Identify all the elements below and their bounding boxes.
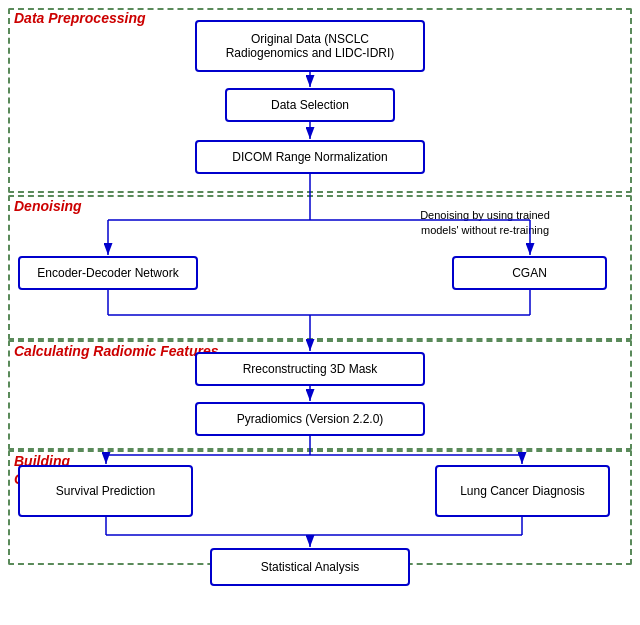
box-dicom-norm: DICOM Range Normalization [195,140,425,174]
box-original-data: Original Data (NSCLC Radiogenomics and L… [195,20,425,72]
label-denoising: Denoising [14,198,82,214]
box-cgan: CGAN [452,256,607,290]
box-reconstruct: Rreconstructing 3D Mask [195,352,425,386]
label-preprocessing: Data Preprocessing [14,10,146,26]
label-radiomic: Calculating Radiomic Features [14,343,219,359]
box-encoder-decoder: Encoder-Decoder Network [18,256,198,290]
box-survival: Survival Prediction [18,465,193,517]
note-denoising: Denoising by using trained models' witho… [385,208,585,239]
box-statistical: Statistical Analysis [210,548,410,586]
box-data-selection: Data Selection [225,88,395,122]
diagram-container: Data Preprocessing Denoising Calculating… [0,0,640,625]
box-lung-cancer: Lung Cancer Diagnosis [435,465,610,517]
box-pyradiomics: Pyradiomics (Version 2.2.0) [195,402,425,436]
